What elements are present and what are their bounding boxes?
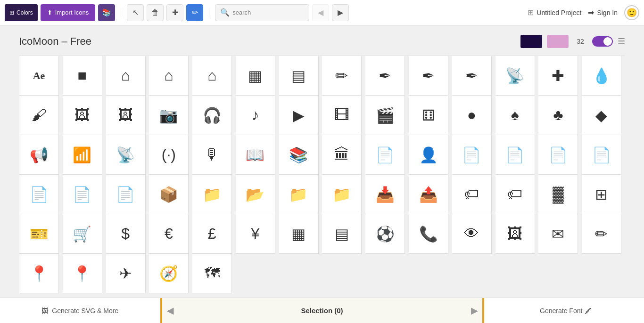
icon-cell-file7[interactable]: 📄 xyxy=(106,175,146,214)
icon-cell-pencil3[interactable]: ✏ xyxy=(582,214,621,254)
move-button[interactable]: ↖ xyxy=(127,4,144,21)
icon-cell-camera[interactable]: 📷 xyxy=(149,96,189,135)
icon-set-header: IcoMoon – Free 32 ☰ xyxy=(19,35,625,48)
icon-cell-cart[interactable]: 🛒 xyxy=(63,214,102,254)
icon-cell-mic[interactable]: 🎙 xyxy=(192,135,232,175)
book-icon: 📚 xyxy=(102,8,111,17)
icon-cell-qrcode[interactable]: ⊞ xyxy=(582,175,621,214)
icon-cell-home2[interactable]: ⌂ xyxy=(149,56,189,96)
icon-cell-folder-plus[interactable]: 📁 xyxy=(279,175,319,214)
toolbar-divider2 xyxy=(209,8,209,17)
icon-cell-wifi[interactable]: 📶 xyxy=(63,135,102,175)
icon-cell-folder-upload[interactable]: 📤 xyxy=(409,175,448,214)
icon-cell-file[interactable]: 📄 xyxy=(452,135,492,175)
icon-cell-file3[interactable]: 📄 xyxy=(538,135,578,175)
icon-cell-pen[interactable]: ✒ xyxy=(452,56,492,96)
icon-cell-film[interactable]: 🎞 xyxy=(322,96,362,135)
icon-cell-paint-format[interactable]: 🖌 xyxy=(19,96,59,135)
icon-cell-droplet[interactable]: 💧 xyxy=(582,56,621,96)
add-button[interactable]: ✚ xyxy=(166,4,183,21)
icon-cell-barcode[interactable]: ▓ xyxy=(538,175,578,214)
icon-cell-library[interactable]: 🏛 xyxy=(322,135,362,175)
icon-cell-pound[interactable]: £ xyxy=(192,214,232,254)
icon-cell-books[interactable]: 📚 xyxy=(279,135,319,175)
icon-cell-file4[interactable]: 📄 xyxy=(582,135,621,175)
icon-cell-pencil2[interactable]: ✒ xyxy=(365,56,405,96)
icon-cell-spades[interactable]: ♠ xyxy=(495,96,535,135)
icon-cell-diamonds[interactable]: ◆ xyxy=(582,96,621,135)
icon-cell-book[interactable]: 📖 xyxy=(236,135,275,175)
icon-cell-phone[interactable]: 📞 xyxy=(409,214,448,254)
icon-cell-grid[interactable]: ▦ xyxy=(279,214,319,254)
toolbar: ⊞ Colors ⬆ Import Icons 📚 ↖ 🗑 ✚ ✏ 🔍 ◀ ▶ … xyxy=(0,0,644,25)
icon-cell-headphones[interactable]: 🎧 xyxy=(192,96,232,135)
icon-cell-image2[interactable]: 🖼 xyxy=(495,214,535,254)
icon-cell-podcast[interactable]: 📡 xyxy=(106,135,146,175)
icon-cell-feather[interactable]: ✒ xyxy=(409,56,448,96)
delete-button[interactable]: 🗑 xyxy=(147,4,164,21)
back-button[interactable]: ◀ xyxy=(312,4,329,21)
icon-cell-tags[interactable]: 🏷 xyxy=(495,175,535,214)
forward-button[interactable]: ▶ xyxy=(332,4,349,21)
icon-cell-folder[interactable]: 📁 xyxy=(192,175,232,214)
icon-cell-home3[interactable]: ⌂ xyxy=(192,56,232,96)
icon-cell-bullhorn[interactable]: 📢 xyxy=(19,135,59,175)
icon-cell-eyedropper[interactable]: ✚ xyxy=(538,56,578,96)
icon-cell-office[interactable]: ▦ xyxy=(236,56,275,96)
icon-cell-video-camera[interactable]: 🎬 xyxy=(365,96,405,135)
icon-cell-tag[interactable]: 🏷 xyxy=(452,175,492,214)
icon-cell-home[interactable]: ⌂ xyxy=(106,56,146,96)
icon-set-title: IcoMoon – Free xyxy=(19,35,520,48)
icon-cell-square[interactable]: ■ xyxy=(63,56,102,96)
icon-cell-folder-open[interactable]: 📂 xyxy=(236,175,275,214)
icon-cell-file2[interactable]: 📄 xyxy=(495,135,535,175)
icon-cell-pencil[interactable]: ✏ xyxy=(322,56,362,96)
icon-cell-airplane[interactable]: ✈ xyxy=(106,254,146,293)
icon-cell-play[interactable]: ▶ xyxy=(279,96,319,135)
icon-cell-compass[interactable]: 🧭 xyxy=(149,254,189,293)
icon-cell-layers[interactable]: 📦 xyxy=(149,175,189,214)
icon-cell-soccer[interactable]: ⚽ xyxy=(365,214,405,254)
list-view-button[interactable]: ☰ xyxy=(618,36,625,47)
icon-cell-euro[interactable]: € xyxy=(149,214,189,254)
icon-cell-dice[interactable]: ⚅ xyxy=(409,96,448,135)
icon-cell-location2[interactable]: 📍 xyxy=(63,254,102,293)
icon-cell-map[interactable]: 🗺 xyxy=(192,254,232,293)
search-box: 🔍 xyxy=(215,4,309,21)
sign-in-button[interactable]: ➡ Sign In xyxy=(584,8,621,17)
icon-cell-newspaper[interactable]: ▤ xyxy=(279,56,319,96)
library-button[interactable]: 📚 xyxy=(98,4,115,21)
icon-cell-pacman[interactable]: ● xyxy=(452,96,492,135)
icon-cell-file-text[interactable]: 📄 xyxy=(365,135,405,175)
icon-cell-yen[interactable]: ¥ xyxy=(236,214,275,254)
color-swatch-dark[interactable] xyxy=(520,35,542,48)
icon-cell-envelop[interactable]: ✉ xyxy=(538,214,578,254)
icon-cell-image[interactable]: 🖼 xyxy=(63,96,102,135)
icon-cell-broadcast[interactable]: 📡 xyxy=(495,56,535,96)
colors-button[interactable]: ⊞ Colors xyxy=(5,4,38,21)
color-swatch-light[interactable] xyxy=(547,35,569,48)
icon-cell-music[interactable]: ♪ xyxy=(236,96,275,135)
icon-cell-file6[interactable]: 📄 xyxy=(63,175,102,214)
icon-cell-ticket[interactable]: 🎫 xyxy=(19,214,59,254)
icon-cell-folder-minus[interactable]: 📁 xyxy=(322,175,362,214)
icon-cell-images[interactable]: 🖼 xyxy=(106,96,146,135)
icon-cell-clubs[interactable]: ♣ xyxy=(538,96,578,135)
sign-in-label: Sign In xyxy=(597,9,618,16)
icon-cell-after-effects[interactable]: Ae xyxy=(19,56,59,96)
icon-cell-file5[interactable]: 📄 xyxy=(19,175,59,214)
icon-cell-grid2[interactable]: ▤ xyxy=(322,214,362,254)
project-name-label: Untitled Project xyxy=(537,9,581,16)
avatar[interactable]: 🙂 xyxy=(624,5,639,20)
icon-cell-eye[interactable]: 👁 xyxy=(452,214,492,254)
import-icons-button[interactable]: ⬆ Import Icons xyxy=(41,4,96,21)
search-input[interactable] xyxy=(232,9,308,16)
edit-button[interactable]: ✏ xyxy=(186,4,203,21)
icon-cell-location[interactable]: 📍 xyxy=(19,254,59,293)
project-name[interactable]: ⊞ Untitled Project xyxy=(528,8,581,17)
grid-toggle[interactable] xyxy=(592,36,613,47)
icon-cell-profile[interactable]: 👤 xyxy=(409,135,448,175)
icon-cell-radio[interactable]: (·) xyxy=(149,135,189,175)
icon-cell-folder-download[interactable]: 📥 xyxy=(365,175,405,214)
icon-cell-dollar[interactable]: $ xyxy=(106,214,146,254)
